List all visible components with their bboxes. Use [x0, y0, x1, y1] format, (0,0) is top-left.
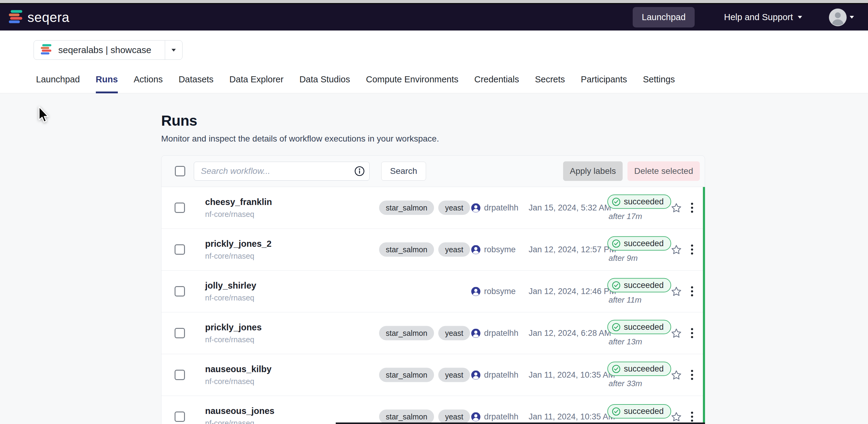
- brand[interactable]: seqera: [8, 10, 70, 25]
- run-status: succeeded after 11m: [607, 278, 671, 305]
- run-name[interactable]: jolly_shirley: [205, 281, 256, 291]
- star-button[interactable]: [670, 411, 683, 423]
- apply-labels-button[interactable]: Apply labels: [563, 161, 623, 181]
- row-checkbox[interactable]: [175, 244, 185, 255]
- run-user: drpatelhh: [471, 412, 519, 422]
- row-checkbox[interactable]: [175, 328, 185, 338]
- workspace-logo-icon: [40, 44, 52, 56]
- row-menu-button[interactable]: [688, 410, 695, 424]
- run-duration: after 9m: [609, 254, 638, 263]
- row-checkbox[interactable]: [175, 412, 185, 422]
- tab-data-studios[interactable]: Data Studios: [300, 74, 350, 93]
- table-row[interactable]: prickly_jones_2 nf-core/rnaseq star_salm…: [161, 229, 703, 270]
- brand-name: seqera: [28, 10, 70, 25]
- row-menu-button[interactable]: [688, 367, 695, 383]
- help-menu-label: Help and Support: [724, 12, 793, 22]
- user-icon: [471, 370, 480, 380]
- run-name[interactable]: prickly_jones_2: [205, 239, 272, 249]
- tab-runs[interactable]: Runs: [96, 74, 118, 93]
- tab-participants[interactable]: Participants: [581, 74, 627, 93]
- run-status: succeeded after 13m: [607, 320, 671, 347]
- run-name-block: jolly_shirley nf-core/rnaseq: [205, 270, 256, 312]
- search-button[interactable]: Search: [381, 162, 426, 181]
- label-pill: star_salmon: [379, 326, 434, 340]
- label-pill: star_salmon: [379, 201, 434, 215]
- run-date: Jan 12, 2024, 12:57 PM: [529, 245, 616, 254]
- status-label: succeeded: [624, 364, 664, 374]
- row-menu-button[interactable]: [688, 200, 695, 215]
- status-label: succeeded: [624, 239, 664, 248]
- run-user-name: drpatelhh: [484, 203, 519, 213]
- run-duration: after 17m: [609, 212, 642, 221]
- chevron-down-icon: [850, 16, 854, 19]
- status-label: succeeded: [624, 406, 664, 416]
- table-row[interactable]: jolly_shirley nf-core/rnaseq robsyme Jan…: [161, 270, 703, 312]
- star-button[interactable]: [670, 285, 683, 297]
- run-name[interactable]: nauseous_jones: [205, 406, 274, 416]
- launchpad-button[interactable]: Launchpad: [633, 7, 695, 28]
- run-name-block: nauseous_jones nf-core/rnaseq: [205, 396, 274, 424]
- status-label: succeeded: [624, 197, 664, 206]
- table-row[interactable]: nauseous_jones nf-core/rnaseq star_salmo…: [161, 396, 703, 424]
- status-badge: succeeded: [607, 404, 671, 419]
- run-pipeline: nf-core/rnaseq: [205, 293, 256, 302]
- run-duration: after 11m: [609, 295, 642, 305]
- star-button[interactable]: [670, 202, 683, 214]
- run-status: succeeded after 33m: [607, 362, 671, 388]
- run-labels: star_salmonyeast: [379, 242, 470, 257]
- table-row[interactable]: nauseous_kilby nf-core/rnaseq star_salmo…: [161, 354, 703, 396]
- tab-data-explorer[interactable]: Data Explorer: [229, 74, 283, 93]
- check-circle-icon: [612, 197, 621, 206]
- tab-compute-environments[interactable]: Compute Environments: [366, 74, 458, 93]
- delete-selected-button[interactable]: Delete selected: [627, 161, 700, 181]
- table-row[interactable]: prickly_jones nf-core/rnaseq star_salmon…: [161, 312, 703, 354]
- run-user: drpatelhh: [471, 328, 519, 338]
- workspace-name: seqeralabs | showcase: [58, 45, 151, 55]
- run-status: succeeded: [607, 404, 671, 424]
- row-menu-button[interactable]: [688, 242, 695, 257]
- run-pipeline: nf-core/rnaseq: [205, 210, 272, 219]
- star-button[interactable]: [670, 369, 683, 381]
- tab-launchpad[interactable]: Launchpad: [36, 74, 80, 93]
- label-pill: yeast: [438, 410, 470, 424]
- run-user: robsyme: [471, 287, 516, 296]
- run-name[interactable]: prickly_jones: [205, 322, 261, 332]
- run-user-name: drpatelhh: [484, 328, 519, 338]
- label-pill: yeast: [438, 368, 470, 382]
- label-pill: star_salmon: [379, 368, 434, 382]
- workspace-dropdown-button[interactable]: [165, 40, 182, 60]
- status-badge: succeeded: [607, 320, 671, 334]
- tab-secrets[interactable]: Secrets: [535, 74, 565, 93]
- page-subtitle: Monitor and inspect the details of workf…: [161, 134, 705, 144]
- run-name[interactable]: nauseous_kilby: [205, 364, 272, 374]
- tab-datasets[interactable]: Datasets: [179, 74, 213, 93]
- select-all-checkbox[interactable]: [175, 166, 185, 176]
- row-checkbox[interactable]: [175, 202, 185, 213]
- tab-settings[interactable]: Settings: [643, 74, 675, 93]
- row-checkbox[interactable]: [175, 370, 185, 380]
- mouse-cursor: [37, 106, 51, 125]
- search-input[interactable]: [200, 166, 354, 176]
- run-labels: star_salmonyeast: [379, 368, 470, 382]
- run-status: succeeded after 9m: [607, 236, 671, 263]
- workspace-header: seqeralabs | showcase Launchpad Runs Act…: [0, 31, 868, 93]
- row-menu-button[interactable]: [688, 326, 695, 341]
- star-button[interactable]: [670, 243, 683, 256]
- run-user-name: robsyme: [484, 287, 516, 296]
- run-pipeline: nf-core/rnaseq: [205, 252, 272, 261]
- run-name[interactable]: cheesy_franklin: [205, 197, 272, 207]
- tab-actions[interactable]: Actions: [134, 74, 163, 93]
- user-menu[interactable]: [829, 8, 854, 26]
- run-date: Jan 12, 2024, 12:46 PM: [529, 287, 616, 296]
- row-checkbox[interactable]: [175, 286, 185, 296]
- row-menu-button[interactable]: [688, 284, 695, 299]
- status-badge: succeeded: [607, 278, 671, 293]
- run-name-block: prickly_jones_2 nf-core/rnaseq: [205, 229, 272, 270]
- workspace-selector[interactable]: seqeralabs | showcase: [34, 40, 183, 60]
- info-icon[interactable]: [354, 166, 365, 176]
- help-and-support-menu[interactable]: Help and Support: [724, 12, 802, 22]
- star-button[interactable]: [670, 327, 683, 339]
- tab-credentials[interactable]: Credentials: [474, 74, 519, 93]
- run-pipeline: nf-core/rnaseq: [205, 419, 274, 424]
- table-row[interactable]: cheesy_franklin nf-core/rnaseq star_salm…: [161, 187, 703, 229]
